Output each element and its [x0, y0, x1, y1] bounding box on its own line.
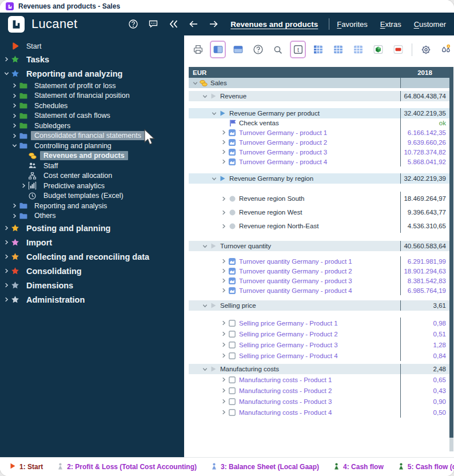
- chevron-right-icon[interactable]: [220, 376, 228, 383]
- row-name-cell[interactable]: Turnover quantity Germany - product 1: [189, 256, 400, 266]
- chat-icon[interactable]: [147, 18, 160, 30]
- row-value-cell[interactable]: 18.469.264,97: [400, 192, 449, 205]
- chevron-right-icon[interactable]: [220, 387, 228, 394]
- toolbar-button-help-circle-icon[interactable]: [250, 41, 266, 58]
- help-icon[interactable]: [127, 18, 140, 30]
- header-nav-title[interactable]: Revenues and products: [230, 20, 318, 29]
- chevron-right-icon[interactable]: [10, 93, 18, 99]
- row-value-cell[interactable]: 6.985.764,19: [400, 285, 449, 295]
- row-name-cell[interactable]: Manufacturing costs - Product 2: [189, 385, 400, 396]
- row-name-cell[interactable]: Manufacturing costs - Product 3: [189, 396, 400, 407]
- status-item-4-cash-flow[interactable]: 4: Cash flow: [333, 462, 384, 472]
- table-row-turnover-germany-product-3[interactable]: Turnover Germany - product 310.728.374,8…: [189, 147, 449, 157]
- chevron-right-icon[interactable]: [2, 56, 10, 62]
- row-value-cell[interactable]: 0,98: [400, 318, 449, 328]
- chevron-right-icon[interactable]: [220, 268, 228, 274]
- sidebar-item-dimensions[interactable]: Dimensions: [0, 278, 184, 292]
- toolbar-button-search-icon[interactable]: [270, 41, 286, 58]
- row-value-cell[interactable]: 1,28: [400, 339, 449, 350]
- table-row-revenue-region-west[interactable]: Revenue region West9.396.643,77: [189, 205, 449, 219]
- chevron-right-icon[interactable]: [10, 203, 18, 209]
- row-value-cell[interactable]: 3,61: [400, 300, 449, 311]
- menu-customer[interactable]: Customer: [414, 20, 446, 29]
- table-row-selling-price-germany-product-2[interactable]: Selling price Germany - Product 20,51: [189, 328, 449, 339]
- table-row-turnover-germany-product-2[interactable]: Turnover Germany - product 29.639.660,26: [189, 137, 449, 147]
- sidebar-item-others[interactable]: Others: [0, 211, 184, 221]
- toolbar-button-table-blue2-icon[interactable]: [330, 41, 346, 58]
- chevron-down-icon[interactable]: [201, 243, 209, 249]
- sidebar-item-subledgers[interactable]: Subledgers: [0, 121, 184, 131]
- arrow-right-icon[interactable]: [207, 18, 220, 30]
- row-name-cell[interactable]: Manufacturing costs: [189, 364, 400, 374]
- toolbar-button-layout-top-icon[interactable]: [230, 41, 246, 58]
- status-item-2-profit-loss-total-cost-accounting[interactable]: 2: Profit & Loss (Total Cost Accounting): [57, 462, 197, 472]
- chevron-right-icon[interactable]: [220, 149, 228, 155]
- row-name-cell[interactable]: Revenue region West: [189, 205, 400, 219]
- table-row-turnover-germany-product-1[interactable]: Turnover Germany - product 16.166.142,35: [189, 128, 449, 137]
- table-row-sales[interactable]: Sales: [189, 78, 449, 88]
- sidebar-item-administration[interactable]: Administration: [0, 292, 184, 307]
- sidebar-item-posting-and-planning[interactable]: Posting and planning: [0, 221, 184, 235]
- toolbar-button-table-blue-icon[interactable]: [310, 41, 326, 58]
- table-row-turnover-germany-product-4[interactable]: Turnover Germany - product 45.868.041,92: [189, 157, 449, 166]
- row-value-cell[interactable]: 0,51: [400, 328, 449, 339]
- row-value-cell[interactable]: ok: [400, 118, 449, 128]
- row-name-cell[interactable]: Turnover quantity: [189, 241, 400, 251]
- row-name-cell[interactable]: Turnover quantity Germany - product 4: [189, 285, 400, 295]
- chevron-right-icon[interactable]: [10, 213, 18, 219]
- chevron-down-icon[interactable]: [210, 110, 218, 117]
- chevron-down-icon[interactable]: [201, 93, 209, 100]
- chevron-down-icon[interactable]: [192, 80, 199, 86]
- row-value-cell[interactable]: 6.291.981,99: [400, 256, 449, 266]
- row-name-cell[interactable]: Check ventas: [189, 118, 400, 128]
- table-row-turnover-quantity-germany-product-1[interactable]: Turnover quantity Germany - product 16.2…: [189, 256, 449, 266]
- chevron-right-icon[interactable]: [220, 196, 228, 202]
- chevron-right-icon[interactable]: [2, 239, 10, 245]
- row-name-cell[interactable]: Revenue region North-East: [189, 219, 400, 233]
- sidebar-item-statement-of-financial-position[interactable]: Statement of financial position: [0, 91, 184, 101]
- chevron-right-icon[interactable]: [220, 287, 228, 293]
- sidebar-item-collecting-and-reconciling-data[interactable]: Collecting and reconciling data: [0, 249, 184, 264]
- row-value-cell[interactable]: 9.639.660,26: [400, 137, 449, 147]
- sidebar-item-staff[interactable]: Staff: [0, 161, 184, 171]
- row-name-cell[interactable]: Turnover Germany - product 1: [189, 128, 400, 137]
- row-value-cell[interactable]: 40.560.583,64: [400, 241, 449, 251]
- row-value-cell[interactable]: 4.536.310,65: [400, 219, 449, 233]
- chevron-right-icon[interactable]: [220, 320, 228, 326]
- status-item-5-cash-flow-direct[interactable]: 5: Cash flow (direct: [397, 462, 454, 472]
- status-item-3-balance-sheet-local-gaap[interactable]: 3: Balance Sheet (Local Gaap): [210, 462, 319, 472]
- sidebar-item-predictive-analytics[interactable]: Predictive analytics: [0, 181, 184, 191]
- chevron-down-icon[interactable]: [10, 142, 18, 149]
- sidebar-item-budget-templates-excel[interactable]: Budget templates (Excel): [0, 191, 184, 201]
- menu-extras[interactable]: Extras: [380, 20, 401, 29]
- table-row-manufacturing-costs-product-4[interactable]: Manufacturing costs - Product 40,50: [189, 407, 449, 418]
- row-name-cell[interactable]: Selling price Germany - Product 1: [189, 318, 400, 328]
- table-row-selling-price-germany-product-1[interactable]: Selling price Germany - Product 10,98: [189, 318, 449, 328]
- row-name-cell[interactable]: Turnover Germany - product 2: [189, 137, 400, 147]
- row-name-cell[interactable]: Manufacturing costs - Product 4: [189, 407, 400, 418]
- table-row-revenue-germany-per-product[interactable]: Revenue Germany per product32.402.219,35: [189, 108, 449, 118]
- sidebar-item-consolidated-financial-statements[interactable]: Consolidated financial statements: [0, 131, 184, 141]
- chevron-right-icon[interactable]: [10, 122, 18, 129]
- sidebar-item-start[interactable]: Start: [0, 40, 184, 52]
- chevron-right-icon[interactable]: [220, 277, 228, 284]
- row-value-cell[interactable]: 0,65: [400, 374, 449, 385]
- chevron-right-icon[interactable]: [2, 253, 10, 260]
- row-value-cell[interactable]: [400, 78, 449, 88]
- scrollbar-track[interactable]: [449, 438, 453, 451]
- sidebar-item-revenues-and-products[interactable]: Revenues and products: [0, 151, 184, 161]
- chevron-right-icon[interactable]: [2, 296, 10, 303]
- row-value-cell[interactable]: 10.728.374,82: [400, 147, 449, 157]
- sidebar-item-cost-center-allocation[interactable]: Cost center allocation: [0, 171, 184, 181]
- year-header[interactable]: 2018: [400, 69, 449, 76]
- chevron-right-icon[interactable]: [220, 139, 228, 145]
- chevron-right-icon[interactable]: [220, 352, 228, 359]
- row-name-cell[interactable]: Sales: [189, 78, 400, 88]
- chevron-right-icon[interactable]: [220, 158, 228, 165]
- sidebar-item-reporting-and-analysis[interactable]: Reporting and analysis: [0, 201, 184, 211]
- toolbar-button-consolidation-icon[interactable]: [438, 41, 454, 58]
- row-value-cell[interactable]: 8.381.542,83: [400, 276, 449, 285]
- row-name-cell[interactable]: Selling price Germany - Product 3: [189, 339, 400, 350]
- chevron-right-icon[interactable]: [10, 82, 18, 89]
- toolbar-button-red-card-icon[interactable]: [390, 41, 406, 58]
